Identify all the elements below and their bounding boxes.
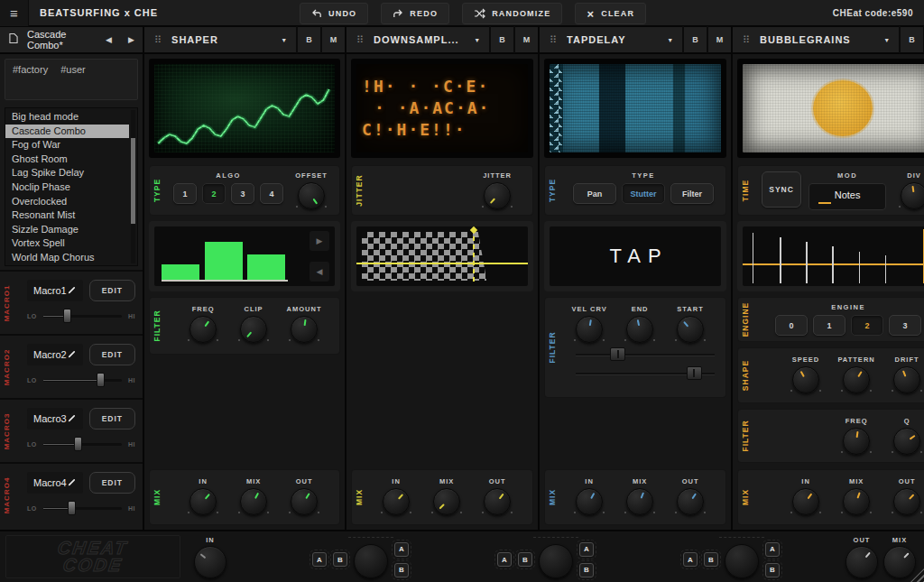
routing-knob[interactable]	[354, 544, 388, 578]
q-knob[interactable]: Q	[886, 417, 924, 455]
preset-file-button[interactable]	[0, 32, 27, 48]
engine-button-1[interactable]: 1	[813, 315, 845, 336]
out-knob[interactable]: OUT	[283, 477, 325, 515]
in-knob[interactable]: IN	[182, 477, 224, 515]
macro3-name-field[interactable]: Macro3	[27, 408, 83, 430]
preset-item[interactable]: Noclip Phase	[5, 180, 137, 195]
macro1-slider-handle[interactable]	[63, 309, 71, 323]
div-knob[interactable]: DIV	[893, 171, 924, 209]
start-knob[interactable]: START	[670, 305, 711, 343]
engine-button-0[interactable]: 0	[775, 315, 808, 336]
mute-button[interactable]: M	[320, 26, 345, 53]
route-a-button[interactable]: A	[497, 552, 512, 567]
route-a-button[interactable]: A	[312, 552, 327, 567]
crosshair-vertical[interactable]	[473, 228, 475, 284]
randomize-button[interactable]: RANDOMIZE	[462, 3, 562, 24]
drag-handle-icon[interactable]: ⠿	[540, 34, 567, 46]
engine-button-2[interactable]: 2	[851, 315, 883, 336]
out-knob[interactable]: OUT	[670, 477, 711, 515]
route-b-button[interactable]: B	[704, 552, 718, 567]
macro3-edit-button[interactable]: EDIT	[89, 408, 135, 430]
routing-knob[interactable]	[725, 544, 759, 578]
offset-knob[interactable]: OFFSET	[291, 171, 332, 209]
out-knob[interactable]: OUT	[886, 477, 924, 515]
macro2-slider-handle[interactable]	[97, 373, 105, 387]
type-filter-button[interactable]: Filter	[670, 183, 714, 204]
algo-button-3[interactable]: 3	[231, 183, 254, 204]
macro1-slider[interactable]	[43, 309, 122, 323]
macro1-name-field[interactable]: Macro1	[27, 280, 83, 301]
drag-handle-icon[interactable]: ⠿	[733, 34, 760, 46]
preset-item[interactable]: Overclocked	[5, 195, 137, 209]
algo-button-2[interactable]: 2	[202, 183, 226, 204]
tag-user[interactable]: #user	[60, 64, 86, 75]
bypass-button[interactable]: B	[296, 26, 320, 53]
mute-button[interactable]: M	[707, 26, 731, 53]
macro2-name-field[interactable]: Macro2	[27, 344, 83, 365]
module-select-button[interactable]: ▼	[874, 37, 899, 43]
in-knob[interactable]: IN	[785, 477, 827, 515]
preset-item[interactable]: Ghost Room	[5, 152, 137, 167]
freq-knob[interactable]: FREQ	[836, 417, 877, 455]
macro4-slider[interactable]	[43, 501, 122, 515]
in-knob[interactable]: IN	[375, 477, 417, 515]
module-select-button[interactable]: ▼	[272, 37, 296, 43]
clip-knob[interactable]: CLIP	[233, 305, 274, 343]
macro1-edit-button[interactable]: EDIT	[89, 280, 135, 301]
mix-knob[interactable]: MIX	[426, 477, 467, 515]
drag-handle-icon[interactable]: ⠿	[144, 34, 171, 46]
route-a-button[interactable]: A	[394, 542, 409, 557]
crosshair-horizontal[interactable]	[356, 263, 528, 264]
mod-source-dropdown[interactable]: Notes	[808, 183, 886, 210]
route-b-button[interactable]: B	[333, 552, 347, 567]
macro2-edit-button[interactable]: EDIT	[89, 344, 135, 365]
bypass-button[interactable]: B	[899, 26, 923, 53]
level-bar[interactable]	[247, 254, 285, 280]
amount-knob[interactable]: AMOUNT	[283, 305, 325, 343]
route-a-button[interactable]: A	[579, 542, 594, 557]
freq-knob[interactable]: FREQ	[182, 305, 224, 343]
tap-display[interactable]: TAP	[544, 221, 726, 291]
route-a-button[interactable]: A	[683, 552, 698, 567]
routing-knob[interactable]	[539, 544, 573, 578]
preset-item[interactable]: Vortex Spell	[5, 236, 137, 251]
level-bar[interactable]	[162, 264, 199, 280]
current-preset-name[interactable]: Cascade Combo*	[27, 29, 97, 51]
module-select-button[interactable]: ▼	[465, 37, 489, 43]
speed-knob[interactable]: SPEED	[785, 356, 827, 393]
tag-factory[interactable]: #factory	[13, 64, 48, 75]
filter-hi-handle[interactable]	[687, 366, 702, 380]
end-knob[interactable]: END	[619, 305, 661, 343]
next-preset-button[interactable]: ▶	[120, 26, 143, 53]
undo-button[interactable]: UNDO	[300, 3, 368, 24]
step-back-button[interactable]: ◀	[310, 262, 329, 282]
preset-item[interactable]: Resonant Mist	[5, 208, 137, 223]
mix-knob[interactable]: MIX	[619, 477, 661, 515]
route-b-button[interactable]: B	[579, 563, 594, 577]
step-forward-button[interactable]: ▶	[310, 231, 329, 251]
bypass-button[interactable]: B	[682, 26, 707, 53]
preset-item[interactable]: Sizzle Damage	[5, 223, 137, 237]
route-a-button[interactable]: A	[765, 542, 780, 557]
preset-item[interactable]: World Map Chorus	[5, 251, 137, 265]
tap-label[interactable]: TAP	[609, 245, 668, 268]
redo-button[interactable]: REDO	[381, 3, 449, 24]
route-b-button[interactable]: B	[765, 563, 780, 577]
mix-knob[interactable]: MIX	[233, 477, 274, 515]
macro3-slider[interactable]	[43, 437, 122, 451]
filter-hi-slider[interactable]	[576, 365, 715, 381]
macro4-slider-handle[interactable]	[68, 501, 76, 515]
menu-button[interactable]: ≡	[0, 0, 29, 26]
route-b-button[interactable]: B	[518, 552, 532, 567]
bypass-button[interactable]: B	[489, 26, 513, 53]
preset-item[interactable]: Big head mode	[5, 110, 137, 125]
clear-button[interactable]: × CLEAR	[575, 3, 646, 24]
scrollbar-thumb[interactable]	[131, 138, 135, 224]
mix-knob[interactable]: MIX	[836, 477, 877, 515]
engine-button-3[interactable]: 3	[889, 315, 921, 336]
drag-handle-icon[interactable]: ⠿	[346, 34, 374, 46]
sync-button[interactable]: SYNC	[762, 171, 801, 208]
preset-item-selected[interactable]: Cascade Combo	[5, 125, 129, 139]
module-select-button[interactable]: ▼	[658, 37, 682, 43]
route-b-button[interactable]: B	[394, 563, 409, 577]
